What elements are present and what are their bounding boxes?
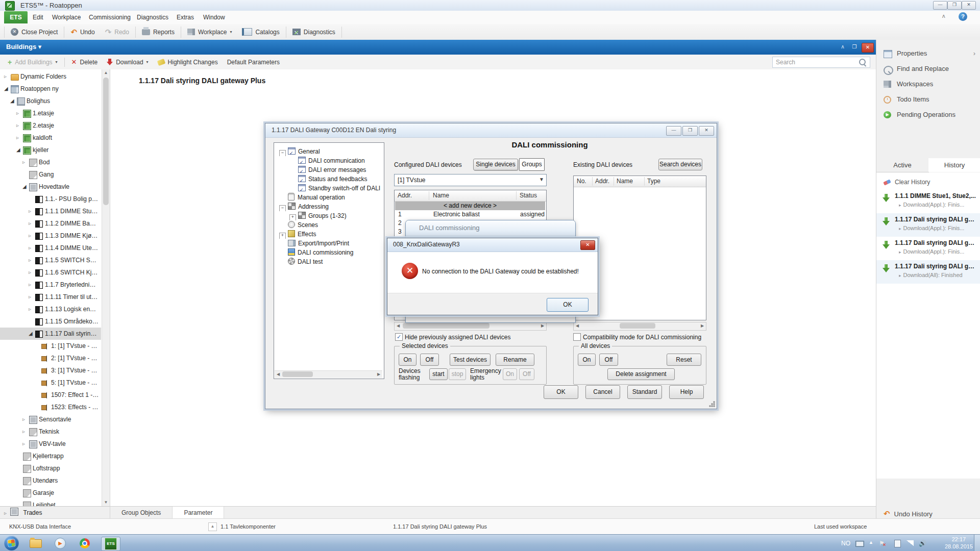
collapse-icon[interactable]: ◢ [4,83,10,95]
start-button[interactable] [4,536,19,550]
param-tree-item-manual-operation[interactable]: Manual operation [279,193,381,202]
history-item[interactable]: 1.1.17 Dali styring DALI gat...Download(… [876,237,980,260]
collapse-box-icon[interactable]: − [279,205,286,211]
tree-item-1-1-17-dali-styring-da[interactable]: ◢1.1.17 Dali styring DA... [0,328,101,340]
expand-icon[interactable]: ▹ [29,205,35,217]
existing-hscrollbar[interactable]: ◀ ▶ [573,322,706,331]
collapse-box-icon[interactable]: − [279,150,286,156]
expand-box-icon[interactable]: + [289,214,296,220]
tree-item-3-1-tvstue-brigh[interactable]: 3: [1] TVstue - Brigh... [0,364,101,377]
menu-extras[interactable]: Extras [174,11,197,24]
close-project-button[interactable]: ✕Close Project [6,24,63,40]
resize-grip[interactable] [709,401,715,407]
tree-scrollbar[interactable]: ▲ ▼ [102,69,110,506]
scrollbar-thumb[interactable] [103,78,109,205]
dialog-close-button[interactable]: ✕ [699,126,714,136]
expand-icon[interactable]: ▹ [4,70,10,83]
collapse-icon[interactable]: ◢ [16,144,22,156]
panel-close-icon[interactable]: ✕ [862,43,874,53]
status-workspace[interactable]: Last used workspace [814,523,867,530]
tree-item-roatoppen-ny[interactable]: ◢Roatoppen ny [0,83,101,95]
tree-item-1-1-7-bryterledninger[interactable]: ▹1.1.7 Bryterledninger... [0,279,101,291]
tab-history[interactable]: History [928,158,980,172]
tree-item-1-1-15-omr-dekoblin[interactable]: 1.1.15 Områdekoblin... [0,315,101,328]
scroll-right-icon[interactable]: ▶ [539,322,546,329]
tree-item-1-1-6-switch-kj-k-sti[interactable]: ▹1.1.6 SWITCH Kjøk sti... [0,266,101,279]
tree-item-1-1-psu-bolig-power[interactable]: 1.1.- PSU Bolig power... [0,193,101,205]
col-type[interactable]: Type [647,178,660,185]
show-desktop-button[interactable] [974,535,980,551]
param-tree-item-effects[interactable]: +Effects [279,230,381,239]
groups-button[interactable]: Groups [519,158,545,171]
dialog-minimize-button[interactable]: — [666,126,681,136]
menu-commissioning[interactable]: Commissioning [86,11,134,24]
sidebar-item-todo-items[interactable]: Todo Items [876,92,980,107]
selected-on-button[interactable]: On [399,354,416,366]
tree-item-vbv-tavle[interactable]: ▹VBV-tavle [0,438,101,450]
param-tree-item-groups-1-32[interactable]: +Groups (1-32) [289,211,381,220]
delete-assignment-button[interactable]: Delete assignment [607,368,675,380]
tab-group-objects[interactable]: Group Objects [110,507,173,519]
tree-item-kjeller[interactable]: ◢kjeller [0,144,101,156]
error-close-button[interactable]: ✕ [580,240,595,250]
add-new-device-row[interactable]: < add new device > [395,202,545,210]
sidebar-item-find-and-replace[interactable]: Find and Replace [876,61,980,77]
expand-icon[interactable]: ▹ [22,425,29,438]
flashing-start-button[interactable]: start [429,368,448,380]
param-tree-item-export-import-print[interactable]: Export/Import/Print [279,239,381,248]
tree-item-teknisk[interactable]: ▹Teknisk [0,425,101,438]
trades-expand-icon[interactable]: ▹ [4,510,7,516]
highlight-changes-button[interactable]: Highlight Changes [153,59,223,66]
trades-section[interactable]: ▹ Trades [0,506,110,519]
expand-icon[interactable]: ▹ [29,242,35,254]
selected-off-button[interactable]: Off [420,354,439,366]
menu-diagnostics[interactable]: Diagnostics [134,11,172,24]
maximize-button[interactable]: ❐ [947,1,962,10]
workplace-button[interactable]: Workplace▾ [182,24,237,40]
scrollbar-thumb[interactable] [403,323,489,329]
tray-flag-icon[interactable]: ⚑✕ [879,540,888,547]
tray-volume-icon[interactable]: 🔊 [919,540,926,547]
all-off-button[interactable]: Off [599,354,618,366]
taskbar-ets-button[interactable]: ETS [101,537,120,551]
flashing-stop-button[interactable]: stop [449,368,466,380]
error-dialog-titlebar[interactable]: 008_KnxDaliGatewayR3 ✕ [387,238,598,252]
tree-item-kjellertrapp[interactable]: Kjellertrapp [0,450,101,462]
status-expand-icon[interactable]: ▲ [208,522,217,531]
default-parameters-button[interactable]: Default Parameters [223,59,284,66]
tree-item-2-etasje[interactable]: ▹2.etasje [0,119,101,132]
emergency-off-button[interactable]: Off [519,368,534,380]
dialog-maximize-button[interactable]: ❐ [682,126,698,136]
dialog-ok-button[interactable]: OK [544,385,578,399]
tree-item-garasje[interactable]: Garasje [0,487,101,499]
expand-icon[interactable]: ▹ [22,438,29,450]
error-ok-button[interactable]: OK [547,298,589,312]
tray-network-icon[interactable] [906,540,914,546]
rename-button[interactable]: Rename [496,354,534,366]
param-tree-item-addressing[interactable]: −Addressing [279,202,381,211]
menu-edit[interactable]: Edit [30,11,46,24]
panel-collapse-icon[interactable]: ᴧ [837,43,848,52]
configured-hscrollbar[interactable]: ◀ ▶ [394,322,547,331]
expand-icon[interactable]: ▹ [29,291,35,303]
panel-title[interactable]: Buildings ▾ [6,43,41,51]
search-input[interactable]: Search [772,57,870,68]
compatibility-checkbox[interactable] [573,333,581,341]
sidebar-item-properties[interactable]: Properties› [876,46,980,61]
history-sub[interactable]: Download(All): Finished [899,272,977,278]
status-interface[interactable]: KNX-USB Data Interface [9,523,71,530]
close-button[interactable]: ✕ [962,1,976,10]
taskbar-clock[interactable]: 22:17 28.08.2015 [945,536,973,550]
scroll-down-icon[interactable]: ▼ [103,499,109,506]
menu-window[interactable]: Window [200,11,228,24]
tree-item-dynamic-folders[interactable]: ▹Dynamic Folders [0,70,101,83]
param-tree-item-general[interactable]: −General [279,147,381,156]
sidebar-item-workspaces[interactable]: Workspaces [876,77,980,92]
param-tree-item-scenes[interactable]: Scenes [279,220,381,230]
scrollbar-thumb[interactable] [282,371,313,377]
expand-icon[interactable]: ▹ [29,266,35,279]
collapse-icon[interactable]: ◢ [29,328,35,340]
dialog-titlebar[interactable]: 1.1.17 DALI Gateway C00D12 EN Dali styri… [265,123,717,138]
scroll-up-icon[interactable]: ▲ [103,69,109,77]
scroll-left-icon[interactable]: ◀ [275,371,282,378]
